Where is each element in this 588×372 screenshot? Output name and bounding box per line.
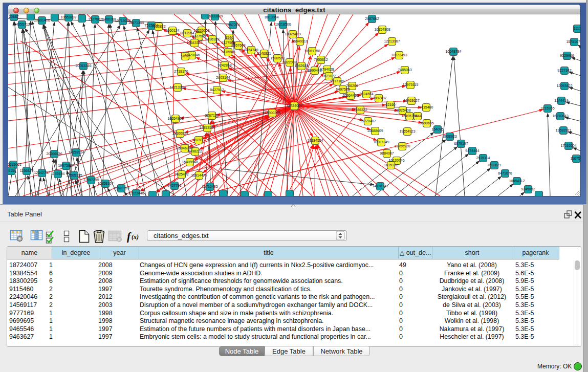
svg-text:16210643: 16210643 (552, 114, 568, 118)
svg-text:9844: 9844 (413, 114, 422, 118)
svg-text:9890: 9890 (181, 54, 189, 58)
svg-text:15751074: 15751074 (566, 40, 580, 43)
svg-text:16615061: 16615061 (8, 163, 21, 166)
svg-text:14055712: 14055712 (14, 23, 30, 26)
svg-text:3824554: 3824554 (359, 92, 373, 96)
svg-text:7957224: 7957224 (226, 23, 239, 27)
svg-text:8186323: 8186323 (205, 37, 219, 41)
svg-text:1117: 1117 (574, 27, 580, 30)
svg-text:116753: 116753 (571, 157, 580, 160)
svg-text:9227342: 9227342 (557, 69, 571, 72)
svg-text:20053346: 20053346 (75, 64, 91, 68)
svg-text:16648784: 16648784 (445, 50, 461, 53)
svg-text:2867608: 2867608 (231, 43, 245, 47)
svg-text:9327505: 9327505 (192, 34, 206, 38)
svg-text:10958107: 10958107 (97, 182, 113, 185)
svg-text:9245652: 9245652 (521, 187, 535, 191)
svg-text:16914479: 16914479 (191, 173, 207, 177)
svg-text:1244419: 1244419 (554, 99, 568, 102)
svg-text:13692971: 13692971 (555, 128, 571, 132)
svg-text:14353594: 14353594 (199, 126, 215, 129)
svg-text:10653287: 10653287 (60, 15, 76, 19)
svg-text:14136141: 14136141 (372, 184, 388, 188)
svg-text:9474444: 9474444 (465, 149, 479, 152)
svg-text:12975115: 12975115 (403, 83, 419, 86)
svg-text:62160: 62160 (385, 103, 396, 106)
svg-text:(x): (x) (132, 233, 139, 240)
svg-text:19463627: 19463627 (403, 99, 419, 102)
svg-text:3875685: 3875685 (221, 50, 235, 54)
svg-text:1621072: 1621072 (322, 74, 336, 78)
svg-text:8471676: 8471676 (498, 171, 512, 175)
svg-text:13226058: 13226058 (193, 29, 209, 32)
svg-text:19756928: 19756928 (394, 144, 410, 148)
svg-text:2935114: 2935114 (476, 156, 490, 160)
svg-text:16640910: 16640910 (292, 39, 308, 43)
svg-text:3215955: 3215955 (540, 106, 554, 110)
svg-text:8427512: 8427512 (210, 88, 224, 92)
svg-text:16120746: 16120746 (388, 159, 404, 162)
svg-text:7625402: 7625402 (175, 172, 188, 176)
svg-text:887833: 887833 (192, 138, 204, 142)
svg-text:18724007: 18724007 (286, 104, 302, 107)
svg-text:39154: 39154 (8, 169, 16, 172)
svg-text:10688609: 10688609 (367, 129, 383, 133)
svg-text:18325419: 18325419 (285, 32, 300, 36)
svg-text:16033809: 16033809 (207, 14, 223, 18)
svg-text:7955812: 7955812 (314, 58, 328, 61)
svg-text:9115460: 9115460 (420, 105, 433, 109)
svg-text:16782759: 16782759 (113, 186, 129, 190)
svg-text:6466160: 6466160 (102, 17, 116, 21)
svg-text:7632621: 7632621 (487, 163, 501, 167)
svg-text:1588520: 1588520 (270, 56, 284, 60)
svg-text:5498222: 5498222 (188, 149, 202, 153)
svg-text:1527602: 1527602 (88, 17, 102, 21)
svg-text:9146821: 9146821 (257, 52, 271, 55)
svg-text:7485063: 7485063 (398, 68, 411, 72)
svg-text:7163822: 7163822 (151, 25, 165, 28)
svg-text:20206536: 20206536 (46, 152, 62, 156)
svg-text:164095: 164095 (431, 127, 443, 131)
svg-text:9699695: 9699695 (420, 121, 433, 125)
svg-text:19384554: 19384554 (307, 139, 323, 142)
svg-text:746266: 746266 (346, 84, 358, 87)
svg-text:2087662: 2087662 (365, 17, 379, 20)
svg-text:10807487: 10807487 (371, 96, 386, 100)
svg-text:17957255: 17957255 (83, 178, 99, 182)
svg-text:9777169: 9777169 (330, 79, 344, 83)
svg-text:9884067: 9884067 (380, 151, 394, 155)
svg-text:18807249: 18807249 (373, 140, 389, 144)
svg-text:10654112: 10654112 (509, 179, 525, 183)
svg-text:19166829: 19166829 (172, 132, 188, 135)
svg-text:19218506: 19218506 (275, 23, 291, 26)
svg-text:9329966: 9329966 (560, 54, 574, 57)
svg-text:10025438: 10025438 (395, 108, 410, 112)
svg-text:7986322: 7986322 (353, 108, 367, 112)
svg-text:1362635: 1362635 (294, 64, 308, 68)
svg-text:2718176: 2718176 (174, 70, 188, 73)
svg-text:19975867: 19975867 (58, 164, 74, 167)
svg-text:6794028: 6794028 (320, 68, 334, 71)
svg-text:20364436: 20364436 (342, 94, 358, 97)
svg-text:8454749: 8454749 (244, 48, 258, 52)
svg-text:8813054: 8813054 (265, 15, 278, 19)
svg-text:20887: 20887 (9, 15, 19, 18)
svg-text:6497568: 6497568 (336, 87, 350, 91)
svg-text:3267130: 3267130 (205, 114, 219, 117)
svg-text:18300295: 18300295 (264, 111, 280, 115)
svg-text:19654923: 19654923 (399, 129, 415, 133)
svg-text:17359924: 17359924 (68, 150, 84, 154)
svg-text:12213967: 12213967 (384, 39, 400, 43)
svg-text:16961758: 16961758 (304, 49, 320, 53)
svg-text:9242848: 9242848 (217, 63, 231, 67)
svg-text:15720407: 15720407 (360, 119, 376, 123)
svg-text:16154808: 16154808 (374, 28, 390, 31)
svg-text:1145194: 1145194 (51, 172, 65, 176)
svg-text:12093822: 12093822 (556, 84, 572, 87)
svg-text:12505135: 12505135 (66, 173, 82, 177)
svg-text:6879197: 6879197 (454, 142, 468, 145)
svg-text:17016504: 17016504 (560, 144, 576, 147)
svg-text:1546: 1546 (225, 36, 233, 39)
svg-text:9457791: 9457791 (167, 184, 181, 187)
svg-text:12023446: 12023446 (128, 191, 144, 195)
